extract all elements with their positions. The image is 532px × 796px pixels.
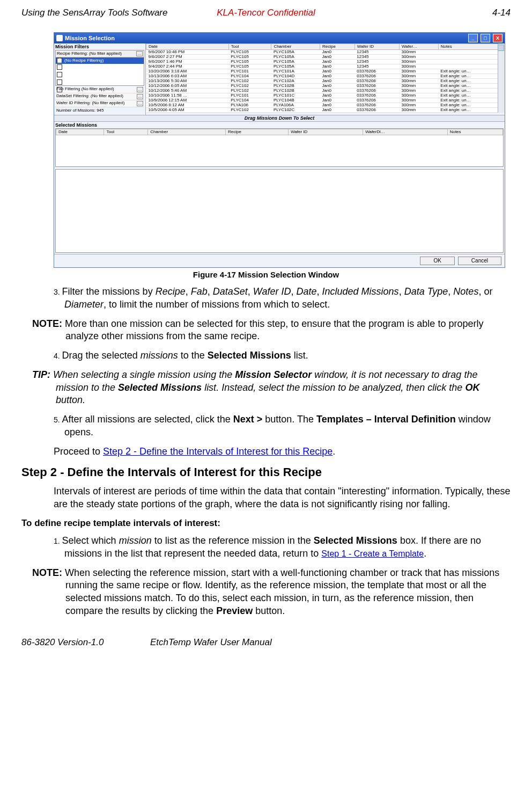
checkbox-icon[interactable] [57, 64, 62, 70]
proceed-line: Proceed to Step 2 - Define the Intervals… [54, 446, 511, 458]
page-footer: 86-3820 Version-1.0 EtchTemp Wafer User … [21, 637, 511, 648]
scrollbar-thumb[interactable] [498, 45, 504, 51]
column-header[interactable]: Wafer ID [354, 44, 399, 50]
column-header[interactable]: Notes [438, 44, 504, 50]
mission-selection-window: Mission Selection _ □ X Mission Filters … [54, 32, 505, 268]
ellipsis-icon[interactable]: … [137, 101, 143, 106]
column-header[interactable]: WaferDi… [363, 129, 447, 135]
header-center: KLA-Tencor Confidential [184, 8, 348, 18]
column-header[interactable]: Wafer… [400, 44, 439, 50]
preview-area [55, 169, 504, 253]
maximize-button[interactable]: □ [481, 34, 490, 42]
column-header[interactable]: Recipe [226, 129, 289, 135]
column-header[interactable]: Date [146, 44, 229, 50]
recipe-filter-head: Recipe Filtering: (No filter applied) [57, 52, 122, 56]
missions-grid-panel: DateToolChamberRecipeWafer IDWafer…Notes… [145, 43, 505, 115]
recipe-filter[interactable]: Recipe Filtering: (No filter applied)… (… [55, 50, 144, 86]
subhead-define: To define recipe template intervals of i… [21, 517, 511, 529]
mission-filters-panel: Mission Filters Recipe Filtering: (No fi… [54, 43, 145, 115]
filters-label: Mission Filters [55, 45, 144, 49]
step-5: 5. After all missions are selected, clic… [64, 413, 511, 439]
column-header[interactable]: Tool [104, 129, 148, 135]
window-title: Mission Selection [65, 35, 115, 41]
header-right: 4-14 [348, 8, 511, 18]
footer-center: EtchTemp Wafer User Manual [150, 637, 272, 648]
close-button[interactable]: X [493, 34, 503, 42]
column-header[interactable]: Chamber [271, 44, 320, 50]
column-header[interactable]: Tool [228, 44, 271, 50]
tip-1: TIP: When selecting a single mission usi… [32, 369, 511, 407]
page-header: Using the SensArray Tools Software KLA-T… [21, 8, 511, 18]
mission-count: Number of Missions: 945 [55, 107, 144, 114]
ellipsis-icon[interactable]: … [136, 51, 143, 56]
scrollbar[interactable] [498, 43, 505, 113]
footer-left: 86-3820 Version-1.0 [21, 637, 150, 648]
table-row[interactable]: 10/5/2006 4:05 AMPLYC102PLYC102CJan00337… [146, 108, 505, 113]
figure-caption: Figure 4-17 Mission Selection Window [21, 270, 511, 279]
step2-intro: Intervals of interest are periods of tim… [54, 485, 511, 511]
step-3: 3. Filter the missions by Recipe, Fab, D… [64, 286, 511, 311]
selected-label: Selected Missions [55, 123, 504, 128]
column-header[interactable]: Recipe [320, 44, 355, 50]
selected-missions-table[interactable]: DateToolChamberRecipeWafer IDWaferDi…Not… [55, 128, 504, 167]
column-header[interactable]: Chamber [148, 129, 226, 135]
column-header[interactable]: Notes [447, 129, 503, 135]
checkbox-icon[interactable] [57, 79, 62, 85]
app-icon [56, 35, 63, 41]
checkbox-icon[interactable] [57, 72, 62, 77]
note-2: NOTE: When selecting the reference missi… [32, 567, 511, 618]
window-titlebar[interactable]: Mission Selection _ □ X [54, 33, 505, 43]
step-4: 4. Drag the selected missions to the Sel… [64, 349, 511, 362]
ok-button[interactable]: OK [420, 257, 454, 265]
note-1: NOTE: More than one mission can be selec… [32, 318, 511, 344]
fab-filter[interactable]: Fab Filtering (No filter applied)… [55, 86, 144, 93]
missions-table[interactable]: DateToolChamberRecipeWafer IDWafer…Notes… [146, 43, 505, 113]
column-header[interactable]: Date [56, 129, 104, 135]
selected-missions-section: Selected Missions DateToolChamberRecipeW… [54, 122, 505, 168]
minimize-button[interactable]: _ [468, 34, 478, 42]
header-left: Using the SensArray Tools Software [21, 8, 184, 18]
wafer-filter[interactable]: Wafer ID Filtering: (No filter applied)… [55, 100, 144, 107]
cancel-button[interactable]: Cancel [458, 257, 501, 265]
drag-divider[interactable]: Drag Missions Down To Select [54, 115, 505, 122]
ellipsis-icon[interactable]: … [137, 94, 143, 99]
link-step2[interactable]: Step 2 - Define the Intervals of Interes… [103, 446, 332, 457]
step2-item-1: 1. Select which mission to list as the r… [64, 535, 511, 560]
figure-screenshot: Mission Selection _ □ X Mission Filters … [54, 32, 505, 268]
column-header[interactable]: Wafer ID [289, 129, 363, 135]
ellipsis-icon[interactable]: … [137, 87, 143, 92]
link-step1[interactable]: Step 1 - Create a Template [321, 549, 424, 558]
checkbox-icon[interactable] [57, 58, 62, 63]
heading-step2: Step 2 - Define the Intervals of Interes… [21, 464, 511, 480]
dataset-filter[interactable]: DataSet Filtering: (No filter applied)… [55, 93, 144, 100]
recipe-filter-selected: (No Recipe Filtering) [64, 59, 104, 63]
